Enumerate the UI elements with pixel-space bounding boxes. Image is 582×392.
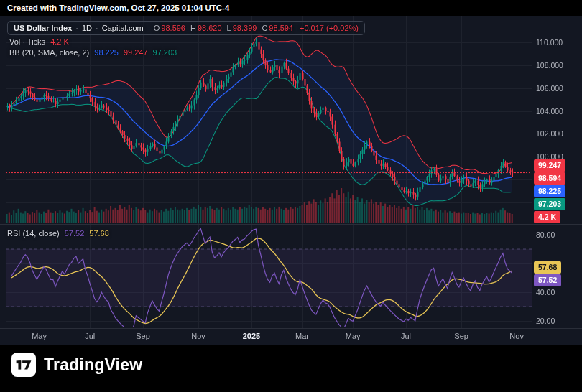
time-axis-label: Sep <box>454 332 468 340</box>
last-price-badge: 98.594 <box>534 172 565 185</box>
rsi-value: 57.52 <box>65 229 85 238</box>
close-label: C <box>262 24 267 32</box>
exchange-name: Capital.com <box>102 24 144 32</box>
rsi-axis-label: 20.00 <box>536 317 555 325</box>
time-axis[interactable]: MayJulSepNov2025MarMayJulSepNov <box>0 328 582 345</box>
ohlc-values: O98.596 H98.620 L98.399 C98.594 <box>150 24 293 32</box>
bb-lower-badge: 97.203 <box>534 198 565 210</box>
time-axis-label: Sep <box>136 332 150 340</box>
price-axis-label: 102.000 <box>536 129 563 138</box>
low-value: 98.399 <box>233 24 257 32</box>
tradingview-logo-text: TradingView <box>44 355 142 375</box>
separator: · <box>75 24 78 32</box>
time-axis-label: Jul <box>85 332 95 340</box>
time-axis-label: Nov <box>191 332 205 340</box>
bb-label: BB (20, SMA, close, 2) <box>9 48 89 57</box>
attribution-text: Created with TradingView.com, Oct 27, 20… <box>7 4 229 12</box>
close-value: 98.594 <box>269 24 293 32</box>
rsi-badge: 57.52 <box>534 274 561 286</box>
rsi-ma-badge: 57.68 <box>534 261 561 274</box>
bb-upper-badge: 99.247 <box>534 159 565 172</box>
rsi-label: RSI (14, close) <box>7 229 60 238</box>
tradingview-logo[interactable]: TradingView <box>11 353 142 377</box>
open-label: O <box>154 24 160 32</box>
price-axis-label: 108.000 <box>536 61 563 70</box>
tradingview-logo-icon <box>11 353 36 377</box>
interval: 1D <box>82 24 92 32</box>
bb-lower-value: 97.203 <box>153 48 177 57</box>
volume-label: Vol · Ticks <box>9 37 45 46</box>
volume-badge: 4.2 K <box>534 211 560 223</box>
time-axis-label: May <box>32 332 47 340</box>
price-axis-label: 104.000 <box>536 107 563 116</box>
time-axis-label: 2025 <box>243 332 260 340</box>
bb-upper-value: 99.247 <box>124 48 148 57</box>
rsi-legend[interactable]: RSI (14, close) 57.52 57.68 <box>7 229 109 238</box>
low-label: L <box>227 24 231 32</box>
main-chart-legend: US Dollar Index · 1D · Capital.com O98.5… <box>7 21 365 57</box>
price-change: +0.017 (+0.02%) <box>300 24 359 32</box>
volume-value: 4.2 K <box>50 37 69 46</box>
time-axis-label: Nov <box>509 332 524 340</box>
separator: · <box>96 24 98 32</box>
volume-legend-row[interactable]: Vol · Ticks 4.2 K <box>7 37 365 46</box>
symbol-legend-row[interactable]: US Dollar Index · 1D · Capital.com O98.5… <box>7 21 365 35</box>
rsi-axis-label: 80.00 <box>536 230 555 239</box>
price-axis-label: 106.000 <box>536 84 563 93</box>
tradingview-snapshot: Created with TradingView.com, Oct 27, 20… <box>0 0 582 392</box>
rsi-axis-label: 40.00 <box>536 288 555 297</box>
price-axis-label: 110.000 <box>536 38 563 47</box>
rsi-ma-value: 57.68 <box>89 229 109 238</box>
bb-basis-badge: 98.225 <box>534 185 565 197</box>
bb-basis-value: 98.225 <box>94 48 119 57</box>
bb-legend-row[interactable]: BB (20, SMA, close, 2) 98.225 99.247 97.… <box>7 48 365 57</box>
price-axis[interactable]: 110.000108.000106.000104.000102.000100.0… <box>532 16 582 345</box>
time-axis-label: May <box>346 332 361 340</box>
high-label: H <box>190 24 196 32</box>
screenshot-attribution: Created with TradingView.com, Oct 27, 20… <box>0 0 582 16</box>
time-axis-label: Jul <box>401 332 411 340</box>
high-value: 98.620 <box>198 24 222 32</box>
symbol-name: US Dollar Index <box>14 24 72 32</box>
open-value: 98.596 <box>161 24 185 32</box>
time-axis-label: Mar <box>295 332 309 340</box>
